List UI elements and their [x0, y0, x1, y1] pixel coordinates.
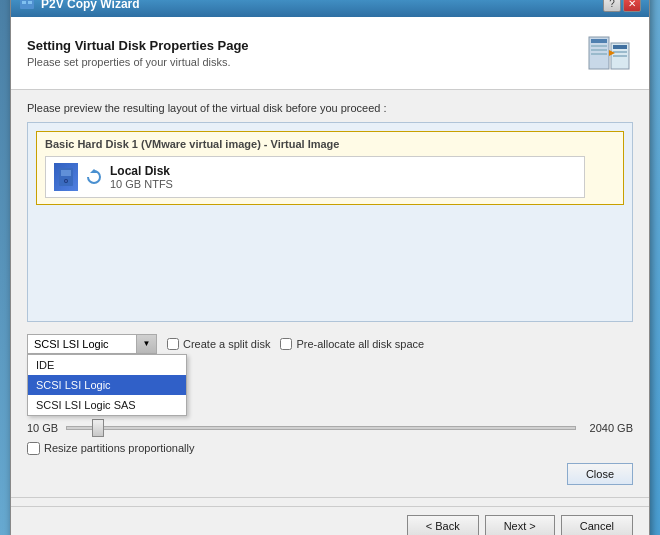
disk-drive-icon: [58, 167, 74, 187]
disk-group-title: Basic Hard Disk 1 (VMware virtual image)…: [45, 138, 615, 150]
disk-item: Local Disk 10 GB NTFS: [45, 156, 585, 198]
svg-rect-9: [613, 45, 627, 49]
size-min-label: 10 GB: [27, 422, 58, 434]
help-button[interactable]: ?: [603, 0, 621, 12]
content-close-button[interactable]: Close: [567, 463, 633, 485]
page-title: Setting Virtual Disk Properties Page: [27, 38, 249, 53]
cancel-button[interactable]: Cancel: [561, 515, 633, 536]
page-subtitle: Please set properties of your virtual di…: [27, 56, 249, 68]
main-window: P2V Copy Wizard ? ✕ Setting Virtual Disk…: [10, 0, 650, 535]
window-title: P2V Copy Wizard: [41, 0, 140, 11]
pre-allocate-group: Pre-allocate all disk space: [280, 338, 424, 350]
size-max-label: 2040 GB: [590, 422, 633, 434]
dropdown-item-scsi-sas[interactable]: SCSI LSI Logic SAS: [28, 395, 186, 415]
create-split-disk-label: Create a split disk: [183, 338, 270, 350]
size-slider-wrapper: [66, 426, 575, 430]
preview-label: Please preview the resulting layout of t…: [27, 102, 633, 114]
svg-rect-15: [61, 170, 71, 176]
svg-rect-4: [591, 39, 607, 43]
size-row: 10 GB 2040 GB: [27, 422, 633, 434]
content-close-area: Close: [27, 463, 633, 485]
app-icon: [19, 0, 35, 12]
pre-allocate-label: Pre-allocate all disk space: [296, 338, 424, 350]
dropdown-menu: IDE SCSI LSI Logic SCSI LSI Logic SAS: [27, 354, 187, 416]
svg-rect-2: [28, 1, 32, 4]
header-icon: [585, 29, 633, 77]
title-bar-left: P2V Copy Wizard: [19, 0, 140, 12]
pre-allocate-checkbox[interactable]: [280, 338, 292, 350]
title-bar-controls: ? ✕: [603, 0, 641, 12]
disk-name: Local Disk: [110, 164, 173, 178]
svg-rect-10: [613, 51, 627, 53]
svg-rect-7: [591, 53, 607, 55]
dropdown-item-ide[interactable]: IDE: [28, 355, 186, 375]
svg-rect-1: [22, 1, 26, 4]
create-split-disk-checkbox[interactable]: [167, 338, 179, 350]
disk-group: Basic Hard Disk 1 (VMware virtual image)…: [36, 131, 624, 205]
resize-proportionally-checkbox[interactable]: [27, 442, 40, 455]
disk-icon-box: [54, 163, 78, 191]
dropdown-wrapper: SCSI LSI Logic▼ IDE SCSI LSI Logic SCSI …: [27, 334, 157, 354]
page-header: Setting Virtual Disk Properties Page Ple…: [11, 17, 649, 90]
disk-info: Local Disk 10 GB NTFS: [110, 164, 173, 190]
controls-row: SCSI LSI Logic▼ IDE SCSI LSI Logic SCSI …: [27, 334, 633, 354]
disk-size-label: 10 GB NTFS: [110, 178, 173, 190]
back-button[interactable]: < Back: [407, 515, 479, 536]
refresh-icon: [86, 169, 102, 185]
window-close-button[interactable]: ✕: [623, 0, 641, 12]
disk-preview-area: Basic Hard Disk 1 (VMware virtual image)…: [27, 122, 633, 322]
size-slider[interactable]: [66, 426, 575, 430]
svg-rect-5: [591, 45, 607, 47]
page-header-text: Setting Virtual Disk Properties Page Ple…: [27, 38, 249, 68]
bottom-separator: [11, 497, 649, 498]
resize-proportionally-label: Resize partitions proportionally: [44, 442, 194, 454]
title-bar: P2V Copy Wizard ? ✕: [11, 0, 649, 17]
create-split-disk-group: Create a split disk: [167, 338, 270, 350]
svg-rect-11: [613, 55, 627, 57]
svg-point-17: [65, 180, 67, 182]
bottom-bar: < Back Next > Cancel: [11, 506, 649, 536]
dropdown-item-scsi[interactable]: SCSI LSI Logic: [28, 375, 186, 395]
content-area: Please preview the resulting layout of t…: [11, 90, 649, 497]
next-button[interactable]: Next >: [485, 515, 555, 536]
resize-checkbox-row: Resize partitions proportionally: [27, 442, 633, 455]
svg-rect-6: [591, 49, 607, 51]
